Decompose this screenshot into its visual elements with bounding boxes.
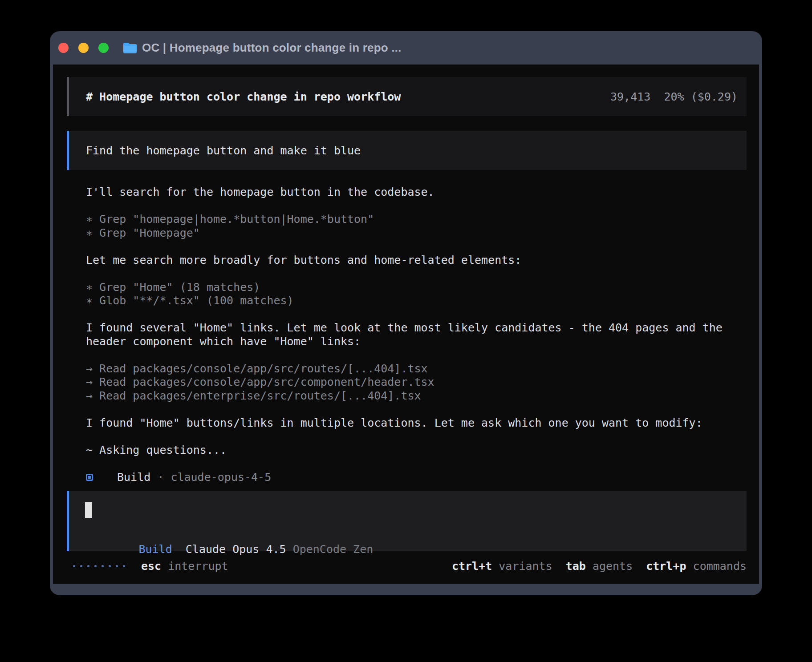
assistant-text: I found "Home" buttons/links in multiple… [86,416,749,430]
input-model-label: Claude Opus 4.5 [186,543,286,556]
terminal-content: # Homepage button color change in repo w… [53,65,759,584]
user-message-text: Find the homepage button and make it blu… [86,144,361,157]
titlebar[interactable]: OC | Homepage button color change in rep… [50,31,762,65]
hint-variants: ctrl+t variants [452,560,552,573]
status-bar: esc interrupt ctrl+t variants tab agents… [67,559,747,573]
spacer [172,543,186,556]
session-header: # Homepage button color change in repo w… [67,77,747,116]
user-message: Find the homepage button and make it blu… [67,131,747,170]
interrupt-key: esc [141,560,161,573]
zoom-button[interactable] [98,43,109,53]
prompt-input[interactable]: Build Claude Opus 4.5 OpenCode Zen [67,491,747,551]
agent-model: · claude-opus-4-5 [150,471,271,484]
text-cursor [85,502,92,518]
tool-call-glob: ∗ Glob "**/*.tsx" (100 matches) [86,294,749,308]
assistant-text: I found several "Home" links. Let me loo… [86,321,749,348]
tool-call-read: → Read packages/console/app/src/routes/[… [86,362,749,376]
folder-icon [123,42,137,54]
traffic-lights [58,43,109,53]
agent-badge: Build · claude-opus-4-5 [86,471,749,484]
spinner-dots-icon [73,565,125,567]
window-title: OC | Homepage button color change in rep… [142,41,402,55]
assistant-text: Let me search more broadly for buttons a… [86,254,749,267]
spacer [286,543,293,556]
assistant-text: I'll search for the homepage button in t… [86,186,749,199]
tool-call-read: → Read packages/console/app/src/componen… [86,375,749,389]
input-agent-label: Build [138,543,172,556]
tool-call-read: → Read packages/enterprise/src/routes/[.… [86,389,749,403]
hint-agents: tab agents [566,560,633,573]
hotkey-hints: ctrl+t variants tab agents ctrl+p comman… [452,560,747,573]
input-provider-label: OpenCode Zen [293,543,374,556]
transcript: I'll search for the homepage button in t… [86,186,749,484]
session-stats: 39,413 20% ($0.29) [610,90,738,103]
tool-call-grep: ∗ Grep "homepage|home.*button|Home.*butt… [86,213,749,226]
hint-commands: ctrl+p commands [646,560,747,573]
interrupt-label: interrupt [161,560,228,573]
terminal-window: OC | Homepage button color change in rep… [50,31,762,595]
tool-call-grep: ∗ Grep "Homepage" [86,226,749,240]
agent-name: Build [117,471,150,484]
agent-square-icon [86,474,93,481]
session-title: # Homepage button color change in repo w… [86,90,401,103]
tool-call-grep: ∗ Grep "Home" (18 matches) [86,281,749,295]
activity-status-text: ~ Asking questions... [86,444,749,457]
close-button[interactable] [58,43,69,53]
minimize-button[interactable] [78,43,89,53]
